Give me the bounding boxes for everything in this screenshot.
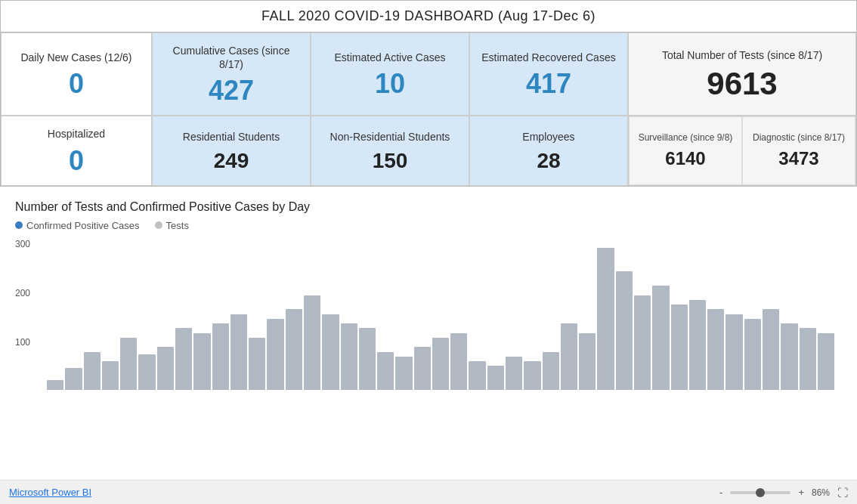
bar — [634, 295, 651, 390]
bar-group — [763, 239, 779, 390]
bar-group — [395, 239, 412, 390]
bar — [726, 314, 742, 390]
estimated-recovered-value: 417 — [526, 70, 571, 97]
bar — [157, 347, 174, 389]
bar-group — [818, 239, 834, 390]
daily-new-cases-label: Daily New Cases (12/6) — [20, 51, 131, 64]
surveillance-value: 6140 — [665, 148, 705, 169]
bar-group — [781, 239, 797, 390]
employees-cell: Employees 28 — [469, 116, 628, 185]
y-axis: 300 200 100 — [15, 239, 44, 390]
bar — [193, 333, 210, 390]
bar — [543, 352, 559, 390]
bar-group — [597, 239, 614, 390]
bar-group — [726, 239, 742, 390]
zoom-plus[interactable]: + — [798, 487, 804, 498]
power-bi-link[interactable]: Microsoft Power BI — [9, 487, 91, 498]
chart-title: Number of Tests and Confirmed Positive C… — [15, 200, 842, 214]
bar-group — [671, 239, 688, 390]
stats-grid: Daily New Cases (12/6) 0 Cumulative Case… — [0, 32, 857, 187]
surveillance-label: Surveillance (since 9/8) — [639, 132, 733, 144]
footer: Microsoft Power BI - + 86% ⛶ — [0, 480, 857, 504]
bar-group — [432, 239, 449, 390]
bar-group — [304, 239, 320, 390]
bar-group — [267, 239, 283, 390]
bar — [359, 328, 376, 389]
bar-group — [377, 239, 394, 390]
bar-group — [800, 239, 816, 390]
estimated-active-value: 10 — [375, 70, 405, 97]
chart-area: 300 200 100 — [15, 239, 842, 390]
bar-group — [157, 239, 174, 390]
total-tests-value: 9613 — [707, 68, 777, 100]
footer-right: - + 86% ⛶ — [719, 487, 848, 499]
bar-group — [286, 239, 302, 390]
cumulative-cases-label: Cumulative Cases (since 8/17) — [160, 44, 302, 71]
bar-group — [47, 239, 63, 390]
residential-students-value: 249 — [214, 150, 249, 172]
residential-students-label: Residential Students — [183, 130, 280, 144]
diagnostic-cell: Diagnostic (since 8/17) 3473 — [742, 116, 855, 184]
bar — [47, 380, 63, 390]
hospitalized-value: 0 — [69, 147, 84, 175]
chart-section: Number of Tests and Confirmed Positive C… — [0, 187, 857, 480]
zoom-slider[interactable] — [730, 491, 790, 494]
bar — [652, 286, 669, 390]
estimated-recovered-label: Estimated Recovered Cases — [481, 51, 615, 64]
bar — [267, 319, 283, 390]
bar — [450, 333, 467, 390]
bar-group — [689, 239, 706, 390]
bar — [138, 354, 155, 390]
bar — [800, 328, 816, 389]
bar — [707, 309, 724, 389]
bar — [818, 333, 834, 390]
total-tests-label: Total Number of Tests (since 8/17) — [662, 48, 822, 62]
bar-group — [249, 239, 265, 390]
bar-group — [543, 239, 559, 390]
bar — [763, 309, 779, 389]
bar — [432, 338, 449, 390]
bar — [120, 338, 137, 390]
bar — [469, 361, 485, 390]
bar — [597, 248, 614, 390]
bar-group — [359, 239, 376, 390]
bar — [781, 323, 797, 390]
bar — [689, 300, 706, 390]
bar — [102, 361, 119, 390]
bar-group — [341, 239, 357, 390]
total-tests-sub-cell: Surveillance (since 9/8) 6140 Diagnostic… — [628, 116, 856, 185]
estimated-active-label: Estimated Active Cases — [334, 51, 445, 64]
dashboard-title: FALL 2020 COVID-19 DASHBOARD (Aug 17-Dec… — [1, 8, 856, 24]
residential-students-cell: Residential Students 249 — [152, 116, 311, 185]
legend-confirmed: Confirmed Positive Cases — [15, 220, 140, 231]
y-label-100: 100 — [15, 337, 44, 348]
bar-group — [616, 239, 633, 390]
dashboard-wrapper: FALL 2020 COVID-19 DASHBOARD (Aug 17-Dec… — [0, 0, 857, 504]
bar — [84, 352, 101, 390]
employees-value: 28 — [537, 150, 560, 172]
non-residential-students-label: Non-Residential Students — [330, 130, 450, 144]
bar — [744, 319, 761, 390]
bar — [341, 323, 357, 390]
bar-group — [65, 239, 82, 390]
zoom-thumb[interactable] — [756, 488, 765, 497]
chart-legend: Confirmed Positive Cases Tests — [15, 220, 842, 231]
diagnostic-value: 3473 — [778, 148, 818, 169]
bar — [561, 323, 577, 390]
bar-group — [707, 239, 724, 390]
bar-group — [230, 239, 247, 390]
bar — [65, 368, 82, 389]
bar-group — [506, 239, 522, 390]
hospitalized-cell: Hospitalized 0 — [1, 116, 152, 185]
bar — [249, 338, 265, 390]
cumulative-cases-value: 427 — [209, 77, 254, 104]
estimated-recovered-cell: Estimated Recovered Cases 417 — [469, 32, 628, 116]
fullscreen-icon[interactable]: ⛶ — [837, 487, 848, 499]
bar — [175, 328, 192, 389]
bar — [506, 357, 522, 390]
zoom-minus[interactable]: - — [719, 487, 722, 498]
bar — [230, 314, 247, 390]
bar-group — [579, 239, 596, 390]
daily-new-cases-cell: Daily New Cases (12/6) 0 — [1, 32, 152, 116]
bar-group — [524, 239, 540, 390]
